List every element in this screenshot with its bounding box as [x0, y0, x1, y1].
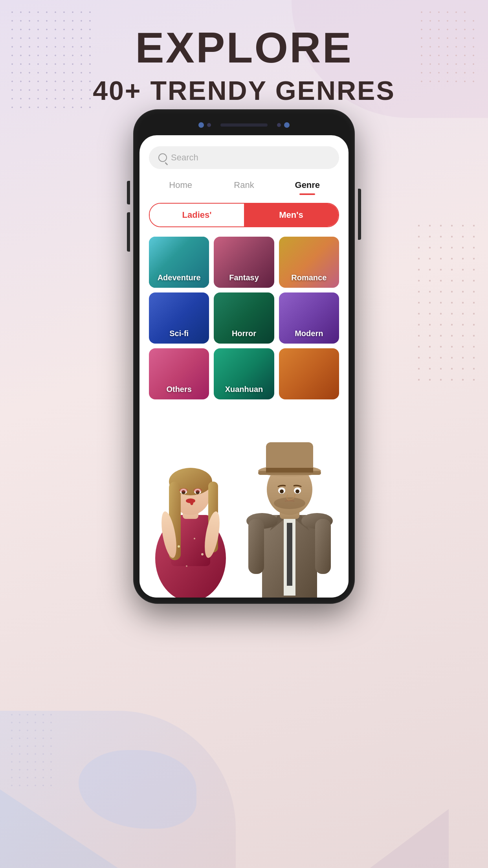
- svg-point-38: [280, 489, 284, 493]
- sensor2-icon: [277, 123, 281, 127]
- svg-point-12: [193, 488, 202, 492]
- svg-point-17: [178, 545, 180, 548]
- volume-up-button: [127, 181, 130, 204]
- search-bar[interactable]: Search: [149, 146, 339, 169]
- header-section: EXPLORE 40+ TRENDY GENRES: [0, 24, 488, 106]
- triangle-bottom-right: [370, 809, 449, 868]
- phone-topbar: [139, 116, 349, 134]
- header-title: EXPLORE: [0, 24, 488, 71]
- genre-card-horror[interactable]: Horror: [214, 292, 274, 344]
- genre-label-horror: Horror: [232, 329, 256, 338]
- genre-card-modern[interactable]: Modern: [279, 292, 339, 344]
- bg-curve-bottom: [0, 711, 236, 868]
- phone-wrapper: Search Home Rank Genre Ladies': [134, 110, 354, 603]
- phone-screen: Search Home Rank Genre Ladies': [139, 135, 349, 598]
- svg-rect-28: [248, 519, 264, 574]
- genre-label-scifi: Sci-fi: [169, 329, 189, 338]
- genre-label-fantasy: Fantasy: [229, 273, 259, 282]
- sensor-icon: [207, 123, 211, 127]
- genre-card-others[interactable]: Others: [149, 348, 209, 399]
- genre-grid: Adeventure Fantasy Romance Sci-fi Horror…: [139, 237, 349, 409]
- search-icon: [158, 153, 167, 162]
- genre-card-adventure[interactable]: Adeventure: [149, 237, 209, 288]
- toggle-ladies[interactable]: Ladies': [150, 204, 244, 226]
- tab-rank[interactable]: Rank: [212, 175, 275, 195]
- camera2-icon: [284, 122, 290, 128]
- svg-point-19: [201, 553, 204, 555]
- genre-card-partial[interactable]: [279, 348, 339, 399]
- svg-point-40: [295, 489, 299, 493]
- characters-area: [139, 409, 349, 598]
- tab-genre[interactable]: Genre: [276, 175, 339, 195]
- genre-card-fantasy[interactable]: Fantasy: [214, 237, 274, 288]
- genre-label-xuanhuan: Xuanhuan: [225, 385, 263, 394]
- svg-rect-35: [266, 468, 313, 473]
- svg-point-18: [194, 538, 195, 539]
- svg-rect-25: [287, 523, 292, 586]
- svg-rect-29: [315, 519, 331, 574]
- character-male-icon: [231, 413, 349, 598]
- genre-card-scifi[interactable]: Sci-fi: [149, 292, 209, 344]
- speaker-icon: [220, 123, 268, 127]
- genre-label-adventure: Adeventure: [158, 273, 201, 282]
- svg-point-11: [179, 488, 188, 492]
- toggle-mens[interactable]: Men's: [244, 204, 338, 226]
- power-button: [358, 189, 361, 240]
- genre-label-modern: Modern: [295, 329, 323, 338]
- dots-midright: [413, 220, 484, 385]
- tab-home[interactable]: Home: [149, 175, 212, 195]
- search-placeholder: Search: [171, 153, 198, 163]
- camera-selfie-icon: [198, 122, 204, 128]
- toggle-row: Ladies' Men's: [149, 203, 339, 227]
- genre-label-romance: Romance: [291, 273, 327, 282]
- svg-point-20: [186, 565, 187, 567]
- genre-label-others: Others: [166, 385, 191, 394]
- genre-card-romance[interactable]: Romance: [279, 237, 339, 288]
- genre-card-xuanhuan[interactable]: Xuanhuan: [214, 348, 274, 399]
- svg-point-14: [190, 500, 193, 505]
- volume-down-button: [127, 212, 130, 252]
- phone-outer: Search Home Rank Genre Ladies': [134, 110, 354, 603]
- nav-tabs: Home Rank Genre: [139, 175, 349, 195]
- header-subtitle: 40+ TRENDY GENRES: [0, 75, 488, 106]
- camera-area: [198, 122, 290, 128]
